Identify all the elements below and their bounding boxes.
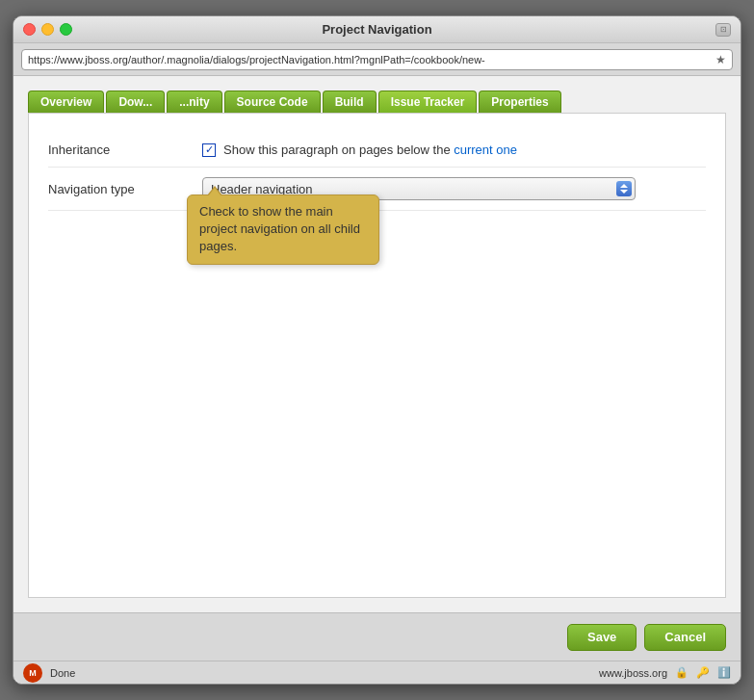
minimize-button[interactable] [41,23,54,36]
main-window: Project Navigation ⊡ https://www.jboss.o… [13,15,741,685]
tabs-panel: Overview Dow... ...nity Source Code Buil… [28,91,726,113]
tab-issue-tracker[interactable]: Issue Tracker [378,91,478,113]
domain-text: www.jboss.org [599,667,667,679]
bookmark-icon[interactable]: ★ [715,53,726,66]
tab-overview[interactable]: Overview [28,91,104,113]
checkmark-icon: ✓ [205,143,214,156]
statusbar-right: www.jboss.org 🔒 🔑 ℹ️ [599,666,731,679]
cancel-button[interactable]: Cancel [644,624,726,651]
inheritance-label: Inheritance [48,143,183,157]
window-title: Project Navigation [322,22,431,37]
current-link[interactable]: current one [454,143,517,157]
navigation-type-label: Navigation type [48,182,183,196]
close-button[interactable] [23,23,36,36]
tab-properties[interactable]: Properties [479,91,560,113]
save-button[interactable]: Save [567,624,637,651]
tab-build[interactable]: Build [323,91,377,113]
lock-icon: 🔒 [675,666,689,679]
footer-bar: Save Cancel [13,612,741,661]
tabs-row: Overview Dow... ...nity Source Code Buil… [28,91,726,113]
tab-downloads[interactable]: Dow... [106,91,165,113]
content-area: Overview Dow... ...nity Source Code Buil… [13,76,741,612]
magnolia-logo: M [23,663,42,683]
tab-community[interactable]: ...nity [167,91,221,113]
url-text: https://www.jboss.org/author/.magnolia/d… [28,54,485,65]
main-panel: Inheritance ✓ Show this paragraph on pag… [28,113,726,598]
inheritance-checkbox[interactable]: ✓ [202,143,216,157]
form-row-inheritance: Inheritance ✓ Show this paragraph on pag… [48,133,706,168]
traffic-lights [23,23,72,36]
maximize-button[interactable] [60,23,72,36]
window-zoom-button[interactable]: ⊡ [715,23,731,37]
tab-source-code[interactable]: Source Code [224,91,321,113]
inheritance-control: ✓ Show this paragraph on pages below the… [202,143,706,157]
status-text: Done [50,667,75,679]
security-icon: 🔑 [696,666,710,679]
address-field[interactable]: https://www.jboss.org/author/.magnolia/d… [21,49,733,70]
titlebar: Project Navigation ⊡ [13,16,741,43]
addressbar: https://www.jboss.org/author/.magnolia/d… [13,43,741,76]
inheritance-checkbox-label: Show this paragraph on pages below the c… [223,143,517,157]
info-icon: ℹ️ [717,666,731,679]
statusbar: M Done www.jboss.org 🔒 🔑 ℹ️ [13,661,741,684]
tooltip: Check to show the main project navigatio… [187,194,379,265]
